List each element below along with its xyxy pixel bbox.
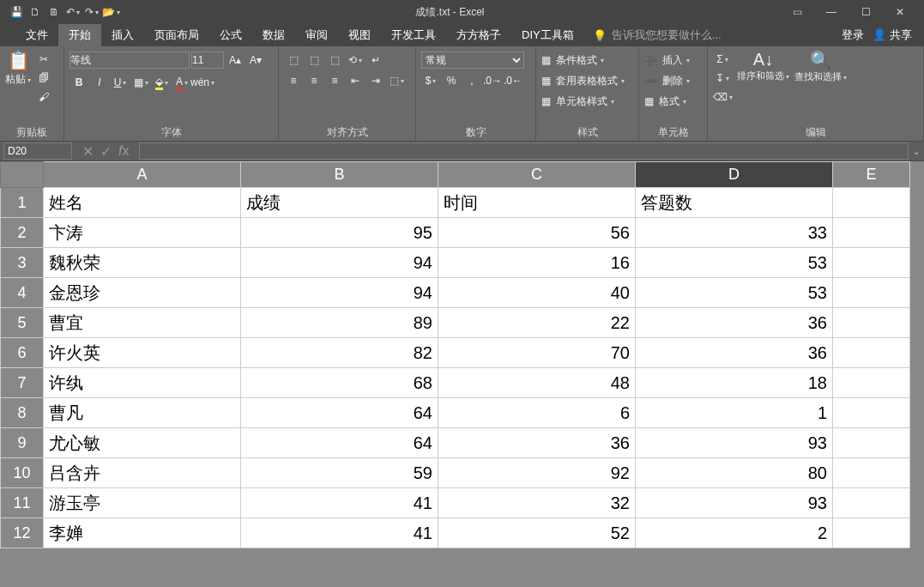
cell-E5[interactable] (833, 308, 910, 338)
redo-icon[interactable]: ↷ (82, 3, 101, 21)
cell-B12[interactable]: 41 (241, 518, 438, 548)
paste-button[interactable]: 粘贴 (5, 72, 31, 87)
align-right-icon[interactable]: ≡ (325, 71, 344, 90)
close-icon[interactable]: ✕ (883, 3, 917, 21)
italic-icon[interactable]: I (90, 73, 109, 92)
cell-B1[interactable]: 成绩 (241, 188, 438, 218)
insert-cells-button[interactable]: 插入 (659, 51, 693, 70)
cell-C5[interactable]: 22 (438, 308, 636, 338)
login-button[interactable]: 登录 (842, 27, 864, 43)
formula-bar[interactable] (139, 142, 909, 160)
cell-B8[interactable]: 64 (241, 398, 438, 428)
tab-developer[interactable]: 开发工具 (381, 24, 446, 46)
cell-D10[interactable]: 80 (636, 458, 833, 488)
increase-font-icon[interactable]: A▴ (226, 51, 245, 70)
tab-page-layout[interactable]: 页面布局 (144, 24, 209, 46)
row-header-8[interactable]: 8 (1, 398, 44, 428)
cell-C8[interactable]: 6 (438, 398, 636, 428)
row-header-6[interactable]: 6 (1, 338, 44, 368)
row-header-2[interactable]: 2 (1, 218, 44, 248)
cell-D6[interactable]: 36 (636, 338, 833, 368)
share-button[interactable]: 👤 共享 (873, 27, 912, 43)
cell-B10[interactable]: 59 (241, 458, 438, 488)
cell-A4[interactable]: 金恩珍 (44, 278, 241, 308)
cell-D12[interactable]: 2 (636, 518, 833, 548)
format-painter-icon[interactable]: 🖌 (34, 88, 53, 106)
cell-C1[interactable]: 时间 (438, 188, 636, 218)
font-color-icon[interactable]: A (172, 73, 191, 92)
row-header-12[interactable]: 12 (1, 518, 44, 548)
cell-D1[interactable]: 答题数 (636, 188, 833, 218)
cell-C10[interactable]: 92 (438, 458, 636, 488)
cell-A10[interactable]: 吕含卉 (44, 458, 241, 488)
tab-view[interactable]: 视图 (338, 24, 381, 46)
increase-decimal-icon[interactable]: .0→ (483, 71, 502, 90)
maximize-icon[interactable]: ☐ (849, 3, 883, 21)
col-header-C[interactable]: C (438, 162, 636, 188)
cell-D7[interactable]: 18 (636, 368, 833, 398)
clear-icon[interactable]: ⌫ (713, 88, 732, 106)
conditional-format-button[interactable]: 条件格式 (553, 51, 607, 70)
merge-icon[interactable]: ⬚ (387, 71, 406, 90)
phonetic-icon[interactable]: wén (193, 73, 212, 92)
cell-C9[interactable]: 36 (438, 428, 636, 458)
row-header-3[interactable]: 3 (1, 248, 44, 278)
cut-icon[interactable]: ✂ (34, 50, 53, 69)
cell-D8[interactable]: 1 (636, 398, 833, 428)
row-header-10[interactable]: 10 (1, 458, 44, 488)
sort-filter-button[interactable]: 排序和筛选 (737, 70, 789, 82)
bold-icon[interactable]: B (69, 73, 88, 92)
currency-icon[interactable]: $ (421, 71, 440, 90)
autosum-icon[interactable]: Σ (713, 50, 732, 69)
tab-diy[interactable]: DIY工具箱 (511, 24, 584, 46)
cell-C12[interactable]: 52 (438, 518, 636, 548)
cell-E1[interactable] (833, 188, 910, 218)
row-header-4[interactable]: 4 (1, 278, 44, 308)
align-left-icon[interactable]: ≡ (284, 71, 303, 90)
folder-open-icon[interactable]: 📂 (101, 3, 120, 21)
format-cells-button[interactable]: 格式 (655, 93, 690, 111)
align-top-icon[interactable]: ⬚ (284, 51, 303, 70)
cell-E9[interactable] (833, 428, 910, 458)
cell-A11[interactable]: 游玉亭 (44, 488, 241, 518)
cell-B3[interactable]: 94 (241, 248, 438, 278)
cell-E12[interactable] (833, 518, 910, 548)
row-header-9[interactable]: 9 (1, 428, 44, 458)
find-select-button[interactable]: 查找和选择 (794, 70, 847, 83)
cell-B7[interactable]: 68 (241, 368, 438, 398)
cell-D11[interactable]: 93 (636, 488, 833, 518)
tab-formulas[interactable]: 公式 (209, 24, 252, 46)
cell-C2[interactable]: 56 (438, 218, 636, 248)
name-box[interactable] (3, 142, 72, 160)
open-icon[interactable]: 🗎 (45, 3, 63, 21)
sort-filter-icon[interactable]: A↓ (753, 50, 773, 70)
cell-C7[interactable]: 48 (438, 368, 636, 398)
cell-E3[interactable] (833, 248, 910, 278)
cell-style-button[interactable]: 单元格样式 (553, 93, 618, 111)
number-format[interactable]: 常规 (421, 51, 524, 69)
cell-A8[interactable]: 曹凡 (44, 398, 241, 428)
cancel-formula-icon[interactable]: ✕ (82, 143, 94, 160)
cell-C6[interactable]: 70 (438, 338, 636, 368)
cell-E10[interactable] (833, 458, 910, 488)
increase-indent-icon[interactable]: ⇥ (366, 71, 385, 90)
fill-icon[interactable]: ↧ (713, 69, 732, 88)
tab-review[interactable]: 审阅 (295, 24, 338, 46)
copy-icon[interactable]: 🗐 (34, 69, 53, 88)
row-header-1[interactable]: 1 (1, 188, 44, 218)
cell-A7[interactable]: 许纨 (44, 368, 241, 398)
enter-formula-icon[interactable]: ✓ (100, 143, 112, 160)
cell-E11[interactable] (833, 488, 910, 518)
minimize-icon[interactable]: ― (814, 3, 849, 21)
cell-E7[interactable] (833, 368, 910, 398)
tab-insert[interactable]: 插入 (101, 24, 144, 46)
cell-A5[interactable]: 曹宜 (44, 308, 241, 338)
select-all-corner[interactable] (1, 162, 44, 188)
cell-B4[interactable]: 94 (241, 278, 438, 308)
tab-home[interactable]: 开始 (58, 24, 101, 46)
decrease-decimal-icon[interactable]: .0← (504, 71, 522, 90)
percent-icon[interactable]: % (442, 71, 461, 90)
row-header-7[interactable]: 7 (1, 368, 44, 398)
align-center-icon[interactable]: ≡ (305, 71, 323, 90)
cell-E2[interactable] (833, 218, 910, 248)
